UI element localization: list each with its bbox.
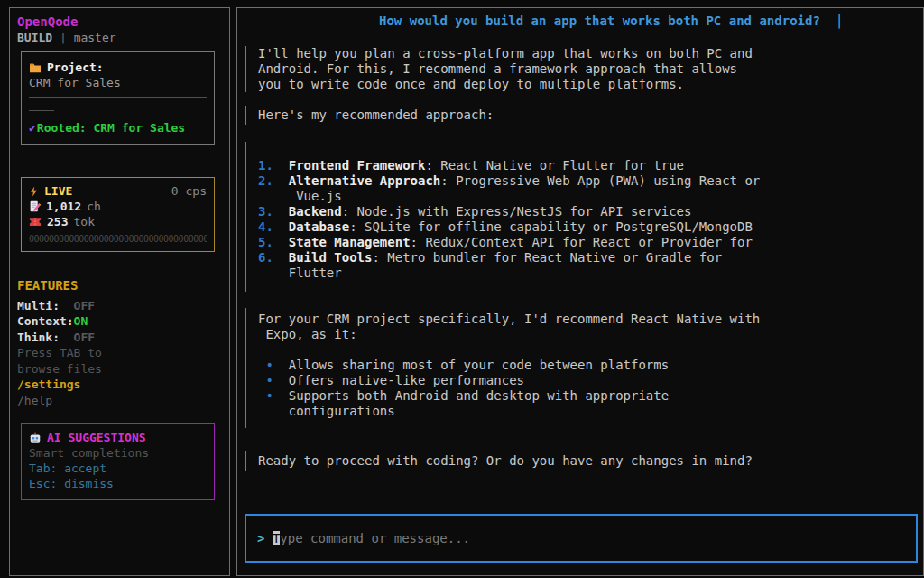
esc-dismiss-hint: Esc: dismiss (29, 476, 207, 491)
tab-accept-hint: Tab: accept (29, 461, 207, 476)
assistant-message-heading: Here's my recommended approach: (245, 106, 494, 125)
list-item: 4.Database: SQLite for offline capabilit… (258, 219, 760, 235)
toggle-context[interactable]: Context:ON (17, 313, 102, 330)
lightning-icon (29, 185, 39, 198)
activity-sparkline: 0000000000000000000000000000000000000000… (29, 231, 207, 247)
blank-line (258, 342, 760, 358)
cps-value: 0 cps (171, 183, 207, 199)
chat-panel: How would you build an app that works bo… (236, 7, 924, 576)
message-line: For your CRM project specifically, I'd r… (258, 312, 760, 327)
message-line: I'll help you plan a cross-platform app … (258, 46, 753, 61)
divider (29, 97, 207, 98)
build-mode-label: BUILD (17, 31, 52, 44)
features-title: FEATURES (17, 278, 102, 294)
tab-hint-line-2: browse files (17, 361, 102, 378)
live-label: LIVE (44, 183, 72, 199)
toggle-multi[interactable]: Multi:OFF (17, 298, 102, 314)
ai-suggestions-title: AI SUGGESTIONS (47, 430, 146, 445)
features-section: FEATURES Multi:OFF Context:ON Think:OFF … (17, 278, 102, 408)
assistant-message-closing: Ready to proceed with coding? Or do you … (245, 451, 753, 471)
command-input-line[interactable]: > Type command or message... (257, 531, 470, 545)
bullet-item: •Allows sharing most of your code betwee… (258, 358, 760, 373)
git-branch-label: master (74, 31, 116, 44)
list-item-continuation: Flutter (258, 266, 760, 281)
bullet-item: •Supports both Android and desktop with … (258, 388, 760, 404)
assistant-message-intro: I'll help you plan a cross-platform app … (245, 46, 753, 92)
bullet-continuation: configurations (258, 404, 760, 419)
chars-count: 1,012 (46, 199, 81, 214)
message-line: you to write code once and deploy to mul… (258, 77, 753, 92)
help-command[interactable]: /help (17, 393, 102, 409)
settings-command[interactable]: /settings (17, 377, 102, 393)
divider-short (29, 110, 54, 111)
app-title: OpenQode (17, 14, 224, 30)
memo-icon (29, 200, 41, 212)
toggle-think-value: OFF (74, 331, 95, 344)
list-item: 3.Backend: Node.js with Express/NestJS f… (258, 204, 760, 219)
rooted-status: ✔Rooted: CRM for Sales (29, 120, 207, 135)
command-input[interactable]: > Type command or message... (245, 514, 918, 563)
toggle-think[interactable]: Think:OFF (17, 330, 102, 346)
project-name: CRM for Sales (29, 75, 207, 90)
sidebar: OpenQode BUILD | master Project: CRM for… (9, 7, 230, 576)
robot-icon (29, 432, 42, 444)
message-line: Here's my recommended approach: (258, 107, 494, 123)
ai-suggestions-subtitle: Smart completions (29, 445, 207, 461)
openqode-terminal: OpenQode BUILD | master Project: CRM for… (0, 0, 924, 578)
live-stats-box: LIVE 0 cps 1,012 ch 253 tok 000000000000… (21, 177, 215, 252)
text-cursor: │ (836, 14, 843, 28)
assistant-message-crm: For your CRM project specifically, I'd r… (245, 308, 760, 428)
list-item: 6.Build Tools: Metro bundler for React N… (258, 250, 760, 266)
project-box: Project: CRM for Sales ✔Rooted: CRM for … (21, 51, 215, 145)
separator: | (60, 31, 67, 44)
message-line: Android. For this, I recommend a framewo… (258, 61, 753, 77)
assistant-message-list: 1.Frontend Framework: React Native or Fl… (245, 142, 760, 292)
list-item-continuation: Vue.js (258, 189, 760, 204)
mode-branch-line: BUILD | master (17, 30, 224, 46)
list-item: 1.Frontend Framework: React Native or Fl… (258, 158, 760, 173)
tokens-count: 253 (47, 214, 68, 229)
folder-icon (29, 62, 42, 73)
message-line: Ready to proceed with coding? Or do you … (258, 453, 753, 469)
check-icon: ✔ (29, 121, 36, 135)
tokens-unit: tok (73, 214, 94, 229)
message-line: Expo, as it: (258, 327, 760, 342)
user-question: How would you build an app that works bo… (379, 14, 843, 28)
project-label: Project: (47, 60, 104, 75)
ticket-icon (29, 217, 42, 227)
ai-suggestions-box: AI SUGGESTIONS Smart completions Tab: ac… (21, 423, 215, 500)
list-item: 5.State Management: Redux/Context API fo… (258, 235, 760, 250)
chars-unit: ch (87, 199, 101, 214)
prompt-chevron: > (257, 531, 264, 545)
input-placeholder: ype command or message... (280, 531, 470, 545)
list-item: 2.Alternative Approach: Progressive Web … (258, 173, 760, 189)
tab-hint-line-1: Press TAB to (17, 345, 102, 361)
toggle-context-value: ON (74, 314, 88, 328)
toggle-multi-value: OFF (74, 299, 95, 312)
bullet-item: •Offers native-like performances (258, 373, 760, 388)
